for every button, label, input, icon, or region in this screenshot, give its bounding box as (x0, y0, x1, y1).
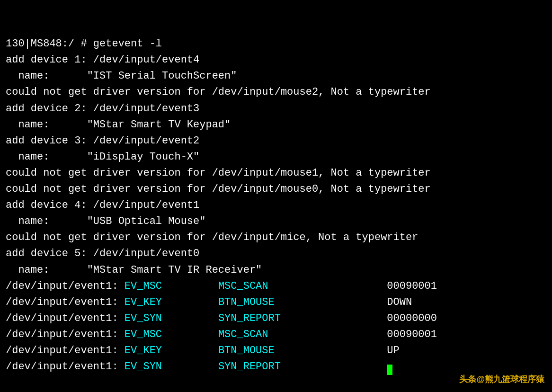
terminal-line: add device 3: /dev/input/event2 (6, 133, 546, 149)
terminal-line: /dev/input/event1: EV_KEY BTN_MOUSE DOWN (6, 294, 546, 311)
terminal-line: /dev/input/event1: EV_KEY BTN_MOUSE UP (6, 343, 546, 359)
terminal-line: could not get driver version for /dev/in… (6, 84, 546, 100)
terminal-line: /dev/input/event1: EV_SYN SYN_REPORT (6, 359, 546, 375)
terminal-line: could not get driver version for /dev/in… (6, 181, 546, 197)
terminal-line: could not get driver version for /dev/in… (6, 165, 546, 181)
terminal-line: add device 1: /dev/input/event4 (6, 52, 546, 68)
terminal-line: name: "USB Optical Mouse" (6, 214, 546, 230)
terminal-line: /dev/input/event1: EV_MSC MSC_SCAN 00090… (6, 327, 546, 343)
terminal-line: /dev/input/event1: EV_SYN SYN_REPORT 000… (6, 311, 546, 327)
terminal-line: /dev/input/event1: EV_MSC MSC_SCAN 00090… (6, 278, 546, 294)
terminal-line: name: "iDisplay Touch-X" (6, 149, 546, 165)
terminal-line: could not get driver version for /dev/in… (6, 230, 546, 246)
terminal-line: name: "MStar Smart TV Keypad" (6, 117, 546, 133)
terminal-line: name: "MStar Smart TV IR Receiver" (6, 262, 546, 278)
terminal-line: 130|MS848:/ # getevent -l (6, 36, 546, 52)
terminal-line: add device 2: /dev/input/event3 (6, 101, 546, 117)
terminal-line: add device 5: /dev/input/event0 (6, 246, 546, 262)
terminal-line: add device 4: /dev/input/event1 (6, 197, 546, 214)
terminal-line: name: "IST Serial TouchScreen" (6, 68, 546, 84)
terminal-output: 130|MS848:/ # getevent -ladd device 1: /… (6, 4, 546, 375)
terminal-cursor (387, 365, 392, 375)
